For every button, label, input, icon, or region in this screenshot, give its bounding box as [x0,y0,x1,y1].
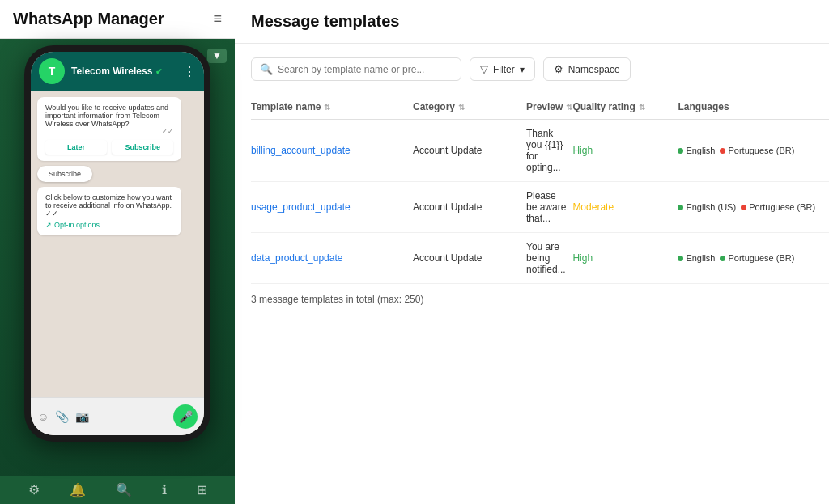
td-preview-3: You are being notified... [526,241,572,275]
camera-icon[interactable]: 📷 [75,410,89,423]
namespace-button[interactable]: ⚙ Namespace [543,57,631,81]
avatar: T [39,58,65,84]
table-header: Template name ⇅ Category ⇅ Preview ⇅ Qua… [251,95,829,120]
quality-badge-3: High [572,252,593,264]
search-icon: 🔍 [260,63,273,75]
lang-badge-en-3: English [678,253,715,263]
lang-badges-2: English (US) Portuguese (BR) [678,202,829,212]
tick-2: ✓✓ [45,210,173,218]
contact-info: Telecom Wireless ✔ [71,66,176,77]
phone-bottom-bar: ⚙ 🔔 🔍 ℹ ⊞ [0,476,235,504]
td-preview-2: Please be aware that... [526,190,572,224]
main-content: 🔍 ▽ Filter ▾ ⚙ Namespace Create message … [235,44,829,504]
bell-icon[interactable]: 🔔 [70,482,86,498]
main-header: Message templates Telecom Wireless ▾ [235,0,829,44]
verified-badge: ✔ [155,67,162,76]
phone-menu-dots[interactable]: ⋮ [183,64,196,79]
total-count: 3 message templates in total (max: 250) [251,294,829,305]
dot-red-icon-2 [741,205,746,210]
td-quality-1: High [572,145,678,156]
menu-icon[interactable]: ≡ [213,11,222,28]
page-title: Message templates [251,12,399,31]
search-bottom-icon[interactable]: 🔍 [116,482,132,498]
lang-badge-pt-3: Portuguese (BR) [720,253,794,263]
td-category-2: Account Update [413,201,526,213]
search-input[interactable] [278,64,453,75]
mic-button[interactable]: 🎤 [173,404,198,429]
phone-footer: ☺ 📎 📷 🎤 [31,397,204,435]
phone-header: T Telecom Wireless ✔ ⋮ [31,52,204,91]
sort-icon-category[interactable]: ⇅ [458,103,465,112]
dot-green-icon [678,148,683,154]
filter-icon: ▽ [480,63,488,75]
td-quality-3: High [572,252,678,264]
td-quality-2: Moderate [572,201,678,213]
phone-screen: T Telecom Wireless ✔ ⋮ Would you like to… [31,52,204,435]
th-template-name: Template name ⇅ [251,101,413,112]
sort-icon-template-name[interactable]: ⇅ [324,103,330,112]
dropdown-arrow[interactable]: ▼ [207,49,227,63]
td-category-3: Account Update [413,252,526,264]
template-link-1[interactable]: billing_account_update [251,145,351,156]
lang-badge-enus-2: English (US) [678,202,736,212]
attachment-icon[interactable]: 📎 [55,410,69,423]
dot-green-icon-2 [678,205,683,210]
lang-badges-1: English Portuguese (BR) [678,146,829,155]
quality-badge-1: High [572,145,593,156]
dot-red-icon [720,148,725,154]
emoji-icon[interactable]: ☺ [37,410,49,423]
message-bubble-1: Would you like to receive updates and im… [37,97,181,161]
template-link-3[interactable]: data_product_update [251,252,342,264]
th-category: Category ⇅ [413,101,526,112]
grid-icon[interactable]: ⊞ [197,482,207,498]
sort-icon-preview[interactable]: ⇅ [566,103,572,112]
settings-icon[interactable]: ⚙ [28,482,40,498]
top-bar: WhatsApp Manager ≡ [0,0,235,39]
contact-name: Telecom Wireless ✔ [71,66,176,77]
phone-mockup: T Telecom Wireless ✔ ⋮ Would you like to… [24,45,210,442]
opt-in-icon: ↗ [45,221,52,229]
th-preview: Preview ⇅ [526,101,572,112]
td-template-name-3: data_product_update [251,252,413,264]
tick-1: ✓✓ [45,128,173,135]
quality-badge-2: Moderate [572,201,614,213]
td-languages-2: English (US) Portuguese (BR) [678,202,829,212]
table-row: billing_account_update Account Update Th… [251,120,829,182]
filter-button[interactable]: ▽ Filter ▾ [470,57,535,81]
left-panel: WhatsApp Manager ≡ ▼ T Telecom Wireless … [0,0,235,504]
th-languages: Languages [678,101,829,112]
later-button[interactable]: Later [45,140,107,155]
td-template-name-2: usage_product_update [251,201,413,213]
td-template-name-1: billing_account_update [251,145,413,156]
dot-green-icon-4 [720,256,725,261]
lang-badge-pt-2: Portuguese (BR) [741,202,815,212]
search-box[interactable]: 🔍 [251,57,461,81]
subscribe-button[interactable]: Subscribe [112,140,173,155]
table-row: data_product_update Account Update You a… [251,233,829,284]
table-container: Template name ⇅ Category ⇅ Preview ⇅ Qua… [251,95,829,305]
table-row: usage_product_update Account Update Plea… [251,182,829,233]
message-bubble-2: Click below to customize how you want to… [37,187,181,235]
gear-icon: ⚙ [554,63,563,75]
template-link-2[interactable]: usage_product_update [251,201,351,213]
chat-area: Would you like to receive updates and im… [31,91,204,397]
app-title: WhatsApp Manager [13,10,164,28]
td-preview-1: Thank you {{1}} for opting... [526,128,572,173]
opt-in-link[interactable]: ↗ Opt-in options [45,221,173,229]
lang-badge-en-1: English [678,146,715,155]
lang-badges-3: English Portuguese (BR) [678,253,829,263]
td-category-1: Account Update [413,145,526,156]
lang-badge-pt-1: Portuguese (BR) [720,146,794,155]
td-languages-1: English Portuguese (BR) [678,146,829,155]
message-buttons: Later Subscribe [45,140,173,155]
phone-container: T Telecom Wireless ✔ ⋮ Would you like to… [0,39,235,476]
right-panel: Message templates Telecom Wireless ▾ 🔍 ▽… [235,0,829,504]
dot-green-icon-3 [678,256,683,261]
filter-dropdown-icon: ▾ [520,64,525,75]
td-languages-3: English Portuguese (BR) [678,253,829,263]
info-icon[interactable]: ℹ [162,482,167,498]
subscribe-floating: Subscribe [37,166,92,182]
toolbar: 🔍 ▽ Filter ▾ ⚙ Namespace Create message … [251,57,829,82]
sort-icon-quality[interactable]: ⇅ [639,103,645,112]
th-quality-rating: Quality rating ⇅ [572,101,678,112]
